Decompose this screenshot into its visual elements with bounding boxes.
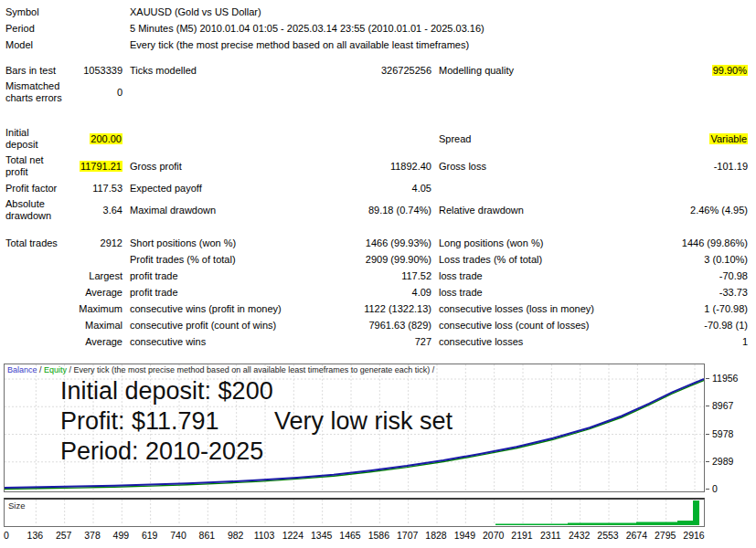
stat-value: -70.98 [634, 269, 748, 284]
x-axis-label: 861 [199, 530, 216, 541]
stat-value: 1 [634, 334, 748, 350]
stat-label: consecutive wins [122, 334, 324, 350]
stat-label [5, 323, 64, 327]
legend-model-text: / Every tick (the most precise method ba… [67, 365, 434, 374]
size-panel-label: Size [8, 501, 25, 511]
x-axis-label: 0 [4, 530, 9, 541]
stat-label: loss trade [431, 269, 634, 284]
stat-label: Relative drawdown [431, 203, 634, 218]
stat-value: 727 [324, 334, 431, 350]
report-row: Averageconsecutive wins727consecutive lo… [5, 333, 748, 350]
report-row: Largestprofit trade117.52loss trade-70.9… [5, 268, 748, 284]
report-row: Profit trades (% of total)2909 (99.90%)L… [5, 251, 748, 268]
report-row: Profit factor117.53Expected payoff4.05 [5, 180, 748, 196]
x-axis-label: 982 [228, 530, 244, 541]
x-axis-label: 2311 [540, 530, 561, 541]
x-axis-label: 2795 [655, 530, 676, 541]
stat-value: 117.52 [324, 269, 431, 284]
x-axis-label: 740 [170, 530, 186, 541]
report-row: Initial deposit200.00SpreadVariable [5, 125, 748, 153]
stat-value: 326725256 [324, 63, 431, 79]
x-axis-label: 1949 [454, 530, 475, 541]
stat-label [5, 307, 64, 311]
stat-value [634, 90, 748, 94]
annotation-period: Period: 2010-2025 [60, 437, 263, 466]
x-axis-label: 1345 [311, 530, 332, 541]
stat-value: Variable [634, 132, 748, 147]
report-row: Maximalconsecutive profit (count of wins… [5, 317, 748, 333]
stat-label: Spread [431, 132, 634, 147]
x-axis-label: 1103 [254, 530, 275, 541]
stat-label: Total trades [5, 236, 64, 251]
stat-value: 89.18 (0.74%) [324, 203, 431, 218]
stat-value [324, 90, 431, 94]
x-axis-label: 136 [27, 530, 44, 541]
x-axis-label: 499 [113, 530, 130, 541]
strategy-report-table: SymbolXAUUSD (Gold vs US Dollar)Period5 … [5, 4, 748, 350]
report-row: Period5 Minutes (M5) 2010.01.04 01:05 - … [5, 20, 748, 37]
x-axis-label: 1707 [397, 530, 418, 541]
y-axis-label: 5978 [712, 428, 733, 439]
stat-label: Short positions (won %) [122, 236, 324, 251]
report-row: Absolute drawdown3.64Maximal drawdown89.… [5, 196, 748, 224]
size-bar [693, 501, 699, 525]
stat-label: consecutive profit (count of wins) [122, 318, 324, 333]
annotation-profit: Profit: $11.791 [60, 407, 219, 436]
stat-label: Gross profit [122, 159, 324, 174]
x-axis-label: 1586 [368, 530, 389, 541]
stat-value [64, 26, 122, 30]
stat-label: Profit trades (% of total) [122, 252, 324, 268]
stat-value [64, 43, 122, 47]
stat-value: 1053339 [64, 63, 122, 79]
stat-value [324, 137, 431, 141]
size-panel: Size [4, 498, 705, 527]
stat-value: -70.98 (1) [634, 318, 748, 333]
stat-label: Absolute drawdown [5, 196, 64, 224]
stat-label: Profit factor [5, 181, 64, 196]
x-axis-label: 2432 [569, 530, 590, 541]
stat-label: Symbol [5, 5, 64, 20]
stat-label: loss trade [431, 285, 634, 300]
y-tick-mark [706, 489, 709, 490]
x-axis-label: 2553 [597, 530, 618, 541]
stat-value: 1 (-70.98) [634, 301, 748, 317]
stat-label: Long positions (won %) [431, 236, 634, 251]
y-axis-label: 11956 [712, 373, 738, 384]
annotation-initial-deposit: Initial deposit: $200 [60, 377, 273, 406]
report-row: Averageprofit trade4.09loss trade-33.73 [5, 284, 748, 300]
stat-value: 99.90% [634, 63, 748, 79]
stat-label: profit trade [122, 269, 324, 284]
stat-value [634, 186, 748, 190]
x-axis-label: 1465 [339, 530, 360, 541]
stat-label: Maximal drawdown [122, 203, 324, 218]
size-bar [677, 521, 693, 525]
stat-label: profit trade [122, 285, 324, 300]
x-axis-label: 1828 [425, 530, 446, 541]
size-bar [568, 523, 636, 526]
x-axis-label: 378 [84, 530, 101, 541]
x-axis-label: 2674 [626, 530, 647, 541]
stat-label [431, 90, 634, 94]
report-row: ModelEvery tick (the most precise method… [5, 37, 748, 53]
stat-label [5, 340, 64, 343]
stat-value: 200.00 [64, 132, 122, 147]
stat-label [431, 186, 634, 190]
stat-value: 117.53 [64, 181, 122, 196]
stat-value: 7961.63 (829) [324, 318, 431, 333]
stat-value: 2912 [64, 236, 122, 251]
x-axis-label: 257 [56, 530, 72, 541]
stat-value [64, 10, 122, 14]
stat-label [5, 290, 64, 294]
stat-label: Model [5, 37, 64, 53]
report-row: Total net profit11791.21Gross profit1189… [5, 153, 748, 180]
stat-label [122, 90, 324, 94]
size-bar [495, 524, 568, 526]
x-axis-label: 2191 [511, 530, 532, 541]
stat-text: XAUUSD (Gold vs US Dollar) [122, 6, 748, 18]
size-bar [636, 522, 677, 526]
stat-label: consecutive wins (profit in money) [122, 301, 324, 317]
stat-value [64, 258, 122, 261]
x-axis-label: 619 [142, 530, 158, 541]
legend-balance-label: Balance [7, 365, 37, 374]
legend-equity-label: Equity [44, 365, 67, 374]
